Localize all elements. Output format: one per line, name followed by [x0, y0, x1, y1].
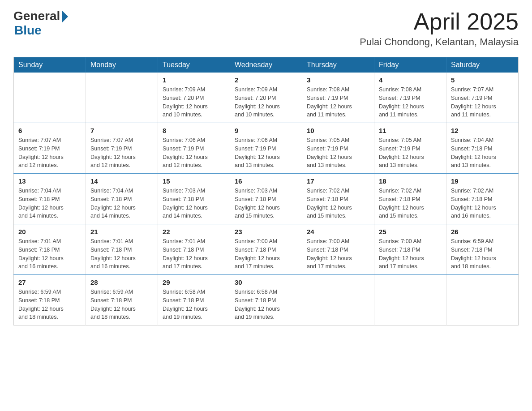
- day-number: 11: [379, 127, 442, 134]
- week-row-5: 27Sunrise: 6:59 AMSunset: 7:18 PMDayligh…: [14, 275, 519, 325]
- day-number: 12: [451, 127, 514, 134]
- calendar-cell: 13Sunrise: 7:04 AMSunset: 7:18 PMDayligh…: [14, 174, 86, 224]
- day-number: 18: [379, 177, 442, 185]
- calendar-cell: 18Sunrise: 7:02 AMSunset: 7:18 PMDayligh…: [374, 174, 446, 224]
- calendar-cell: 16Sunrise: 7:03 AMSunset: 7:18 PMDayligh…: [230, 174, 302, 224]
- day-number: 29: [163, 278, 225, 286]
- day-number: 9: [235, 127, 297, 134]
- calendar-cell: 15Sunrise: 7:03 AMSunset: 7:18 PMDayligh…: [158, 174, 230, 224]
- day-info: Sunrise: 7:07 AMSunset: 7:19 PMDaylight:…: [90, 136, 153, 170]
- day-info: Sunrise: 7:00 AMSunset: 7:18 PMDaylight:…: [235, 237, 297, 271]
- calendar-cell: 23Sunrise: 7:00 AMSunset: 7:18 PMDayligh…: [230, 224, 302, 275]
- page-header: General Blue April 2025 Pulai Chondong, …: [13, 9, 519, 48]
- month-title: April 2025: [360, 9, 519, 34]
- day-number: 23: [235, 228, 297, 235]
- calendar-cell: 1Sunrise: 7:09 AMSunset: 7:20 PMDaylight…: [158, 73, 230, 123]
- logo: General Blue: [13, 9, 68, 38]
- calendar-cell: 26Sunrise: 6:59 AMSunset: 7:18 PMDayligh…: [446, 224, 519, 275]
- day-info: Sunrise: 7:01 AMSunset: 7:18 PMDaylight:…: [90, 237, 153, 271]
- day-info: Sunrise: 7:07 AMSunset: 7:19 PMDaylight:…: [18, 136, 81, 170]
- header-day-monday: Monday: [86, 57, 158, 73]
- calendar-cell: 2Sunrise: 7:09 AMSunset: 7:20 PMDaylight…: [230, 73, 302, 123]
- day-info: Sunrise: 7:05 AMSunset: 7:19 PMDaylight:…: [307, 136, 369, 170]
- calendar-cell: 8Sunrise: 7:06 AMSunset: 7:19 PMDaylight…: [158, 123, 230, 174]
- calendar-cell: [302, 275, 374, 325]
- day-number: 28: [90, 278, 153, 286]
- day-info: Sunrise: 6:58 AMSunset: 7:18 PMDaylight:…: [235, 288, 297, 321]
- day-info: Sunrise: 7:04 AMSunset: 7:18 PMDaylight:…: [451, 136, 514, 170]
- day-info: Sunrise: 7:09 AMSunset: 7:20 PMDaylight:…: [163, 86, 225, 119]
- title-section: April 2025 Pulai Chondong, Kelantan, Mal…: [360, 9, 519, 48]
- day-number: 19: [451, 177, 514, 185]
- calendar-cell: 7Sunrise: 7:07 AMSunset: 7:19 PMDaylight…: [86, 123, 158, 174]
- calendar-cell: 11Sunrise: 7:05 AMSunset: 7:19 PMDayligh…: [374, 123, 446, 174]
- day-number: 7: [90, 127, 153, 134]
- calendar-cell: 28Sunrise: 6:59 AMSunset: 7:18 PMDayligh…: [86, 275, 158, 325]
- calendar-cell: 29Sunrise: 6:58 AMSunset: 7:18 PMDayligh…: [158, 275, 230, 325]
- calendar-cell: 6Sunrise: 7:07 AMSunset: 7:19 PMDaylight…: [14, 123, 86, 174]
- day-info: Sunrise: 7:04 AMSunset: 7:18 PMDaylight:…: [18, 187, 81, 220]
- calendar-cell: 30Sunrise: 6:58 AMSunset: 7:18 PMDayligh…: [230, 275, 302, 325]
- calendar-cell: 25Sunrise: 7:00 AMSunset: 7:18 PMDayligh…: [374, 224, 446, 275]
- calendar-cell: 5Sunrise: 7:07 AMSunset: 7:19 PMDaylight…: [446, 73, 519, 123]
- calendar-header: SundayMondayTuesdayWednesdayThursdayFrid…: [14, 57, 519, 73]
- calendar-cell: 14Sunrise: 7:04 AMSunset: 7:18 PMDayligh…: [86, 174, 158, 224]
- day-number: 30: [235, 278, 297, 286]
- day-info: Sunrise: 7:03 AMSunset: 7:18 PMDaylight:…: [163, 187, 225, 220]
- day-number: 21: [90, 228, 153, 235]
- calendar-cell: [446, 275, 519, 325]
- day-number: 25: [379, 228, 442, 235]
- calendar-cell: [86, 73, 158, 123]
- day-number: 20: [18, 228, 81, 235]
- day-info: Sunrise: 7:04 AMSunset: 7:18 PMDaylight:…: [90, 187, 153, 220]
- calendar-cell: 4Sunrise: 7:08 AMSunset: 7:19 PMDaylight…: [374, 73, 446, 123]
- location-title: Pulai Chondong, Kelantan, Malaysia: [360, 36, 519, 48]
- calendar-cell: [14, 73, 86, 123]
- header-day-friday: Friday: [374, 57, 446, 73]
- day-info: Sunrise: 7:06 AMSunset: 7:19 PMDaylight:…: [235, 136, 297, 170]
- day-number: 4: [379, 76, 442, 84]
- calendar-cell: [374, 275, 446, 325]
- logo-general-text: General: [13, 9, 60, 23]
- header-day-tuesday: Tuesday: [158, 57, 230, 73]
- day-number: 24: [307, 228, 369, 235]
- week-row-2: 6Sunrise: 7:07 AMSunset: 7:19 PMDaylight…: [14, 123, 519, 174]
- header-day-saturday: Saturday: [446, 57, 519, 73]
- header-day-wednesday: Wednesday: [230, 57, 302, 73]
- calendar-cell: 9Sunrise: 7:06 AMSunset: 7:19 PMDaylight…: [230, 123, 302, 174]
- calendar-cell: 20Sunrise: 7:01 AMSunset: 7:18 PMDayligh…: [14, 224, 86, 275]
- day-number: 6: [18, 127, 81, 134]
- calendar-cell: 17Sunrise: 7:02 AMSunset: 7:18 PMDayligh…: [302, 174, 374, 224]
- header-row: SundayMondayTuesdayWednesdayThursdayFrid…: [14, 57, 519, 73]
- day-number: 17: [307, 177, 369, 185]
- day-number: 3: [307, 76, 369, 84]
- day-number: 14: [90, 177, 153, 185]
- day-number: 2: [235, 76, 297, 84]
- week-row-3: 13Sunrise: 7:04 AMSunset: 7:18 PMDayligh…: [14, 174, 519, 224]
- header-day-thursday: Thursday: [302, 57, 374, 73]
- day-info: Sunrise: 7:00 AMSunset: 7:18 PMDaylight:…: [307, 237, 369, 271]
- day-number: 5: [451, 76, 514, 84]
- day-number: 15: [163, 177, 225, 185]
- calendar-cell: 22Sunrise: 7:01 AMSunset: 7:18 PMDayligh…: [158, 224, 230, 275]
- calendar-cell: 21Sunrise: 7:01 AMSunset: 7:18 PMDayligh…: [86, 224, 158, 275]
- calendar-cell: 12Sunrise: 7:04 AMSunset: 7:18 PMDayligh…: [446, 123, 519, 174]
- calendar-table: SundayMondayTuesdayWednesdayThursdayFrid…: [13, 57, 519, 325]
- calendar-cell: 3Sunrise: 7:08 AMSunset: 7:19 PMDaylight…: [302, 73, 374, 123]
- week-row-1: 1Sunrise: 7:09 AMSunset: 7:20 PMDaylight…: [14, 73, 519, 123]
- day-number: 27: [18, 278, 81, 286]
- calendar-cell: 10Sunrise: 7:05 AMSunset: 7:19 PMDayligh…: [302, 123, 374, 174]
- week-row-4: 20Sunrise: 7:01 AMSunset: 7:18 PMDayligh…: [14, 224, 519, 275]
- logo-blue-text: Blue: [14, 23, 42, 38]
- day-number: 16: [235, 177, 297, 185]
- calendar-cell: 24Sunrise: 7:00 AMSunset: 7:18 PMDayligh…: [302, 224, 374, 275]
- day-info: Sunrise: 7:01 AMSunset: 7:18 PMDaylight:…: [18, 237, 81, 271]
- day-number: 8: [163, 127, 225, 134]
- calendar-cell: 27Sunrise: 6:59 AMSunset: 7:18 PMDayligh…: [14, 275, 86, 325]
- day-info: Sunrise: 7:09 AMSunset: 7:20 PMDaylight:…: [235, 86, 297, 119]
- day-info: Sunrise: 7:03 AMSunset: 7:18 PMDaylight:…: [235, 187, 297, 220]
- header-day-sunday: Sunday: [14, 57, 86, 73]
- day-info: Sunrise: 7:07 AMSunset: 7:19 PMDaylight:…: [451, 86, 514, 119]
- day-info: Sunrise: 7:08 AMSunset: 7:19 PMDaylight:…: [379, 86, 442, 119]
- day-info: Sunrise: 7:02 AMSunset: 7:18 PMDaylight:…: [451, 187, 514, 220]
